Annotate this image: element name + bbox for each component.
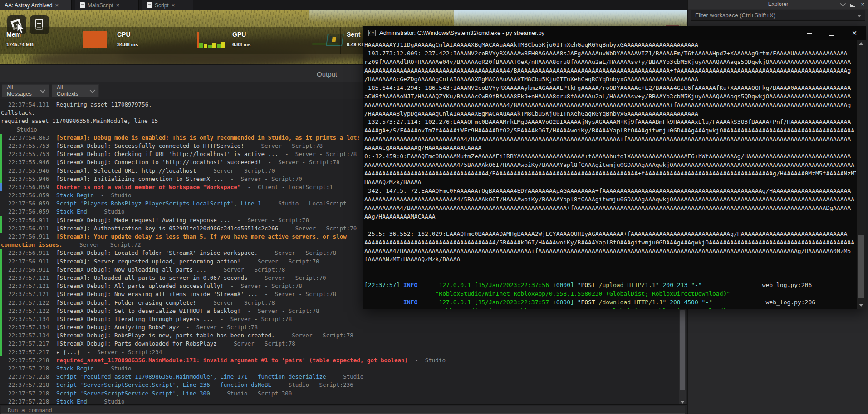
log-message: Script 'ServerScriptService.Script', Lin… [56, 390, 292, 398]
log-timestamp: 22:37:55.946 [8, 158, 49, 166]
dropdown-label: All Contexts [57, 84, 85, 97]
mem-graph [83, 31, 107, 48]
log-timestamp: 22:37:57.134 [8, 323, 49, 331]
console-line: AAg/HAAAAAAAAMACAAAA [364, 213, 856, 221]
log-message: [StreamX Debug]: Now uploading all parts… [56, 266, 285, 274]
scroll-up-icon[interactable] [859, 42, 863, 45]
log-timestamp: 22:37:57.122 [8, 299, 49, 307]
tab-script[interactable]: Script × [142, 0, 193, 10]
message-filter-dropdown[interactable]: All Messages [2, 84, 49, 97]
console-line: AAAAAAAAAA4/BAAAAAAAAAAAAAAAAAAAAAAAAAAA… [364, 204, 856, 213]
log-line: 22:37:57.134[StreamX Debug]: RobsPlayz i… [0, 331, 687, 340]
green-marker-bar [0, 331, 2, 340]
console-line: AAAAAAAAAAAAAAAAAAAAAAAAAAAAAAAAAAAA4/5B… [364, 239, 856, 247]
scroll-down-icon[interactable] [680, 401, 685, 404]
log-message: [StreamX Debug]: Now erasing all items i… [56, 290, 336, 298]
cmd-icon: C:\ [368, 30, 376, 36]
log-message: required_asset_11708986356.MainModule:17… [56, 356, 446, 365]
gpu-value: 6.83 ms [232, 42, 250, 47]
log-message: [StreamX]: Server requested upload, perf… [56, 258, 319, 266]
scroll-down-icon[interactable] [859, 304, 863, 307]
log-timestamp: 22:37:54.863 [8, 134, 49, 142]
dock-icon[interactable] [850, 2, 855, 7]
console-line: AAAAACgAAAAAAAAg/HAAAAAAAAAACAAAA [364, 144, 856, 152]
console-line: /HAAAAAAA8lypDgAAAAAgCnlAIAAAAAXBgMACAAu… [364, 110, 856, 118]
sent-value: 0.49 KB [347, 42, 365, 47]
log-timestamp: 22:37:57.218 [8, 365, 49, 373]
green-marker-bar [0, 274, 2, 282]
cmd-title-bar[interactable]: C:\ Administrator: C:\Windows\System32\c… [363, 26, 866, 40]
green-marker-bar [0, 150, 2, 158]
log-timestamp: 22:37:57.217 [8, 348, 49, 356]
scrollbar-thumb[interactable] [858, 235, 864, 298]
close-icon[interactable]: × [172, 2, 175, 8]
log-line: 22:37:57.217[StreamX Debug]: Parts downl… [0, 340, 687, 348]
cmd-scrollbar[interactable] [857, 40, 866, 309]
log-timestamp: 22:37:57.218 [8, 373, 49, 381]
log-timestamp: 22:37:55.946 [8, 167, 49, 175]
log-message: [StreamX Debug]: Set to deserialize WITH… [56, 307, 319, 315]
dropdown-label: All Messages [7, 84, 36, 97]
log-message: [StreamX Debug]: Made request! Awating r… [56, 216, 309, 224]
sent-label: Sent [347, 31, 360, 38]
filter-dropdown-icon[interactable] [858, 15, 861, 17]
log-message: [StreamX Debug]: Analyzing RobsPlayz - S… [56, 323, 258, 331]
log-timestamp: 22:37:56.059 [8, 208, 49, 216]
green-marker-bar [0, 175, 2, 183]
close-icon[interactable]: × [55, 2, 59, 8]
log-message: [StreamX]: Debug mode is enabled! This i… [56, 134, 360, 142]
close-button[interactable]: ✕ [843, 26, 866, 40]
log-message: [StreamX Debug]: Located folder 'StreamX… [56, 249, 336, 257]
scrollbar-thumb[interactable] [680, 310, 685, 390]
console-line [364, 221, 856, 230]
stat-divider [340, 27, 341, 54]
command-bar: Run a command [0, 404, 687, 414]
log-message: [StreamX Debug]: Checking if URL 'http:/… [56, 150, 357, 158]
tab-place[interactable]: AA: Astray Archived × [0, 0, 72, 10]
filter-workspace-input[interactable]: Filter workspace (Ctrl+Shift+X) [691, 10, 865, 21]
green-marker-bar [0, 258, 2, 266]
green-marker-bar [0, 142, 2, 150]
maximize-button[interactable] [820, 26, 843, 40]
sky-haze [309, 10, 458, 22]
green-marker-bar [0, 299, 2, 307]
console-line: -193.773:12.009:-237.422:IAAANV2coBVYyRX… [364, 49, 856, 58]
log-timestamp: 22:37:56.911 [8, 224, 49, 233]
green-marker-bar [0, 216, 2, 224]
log-message: [StreamX]: Your update delay is less tha… [56, 233, 347, 241]
green-marker-bar [0, 167, 2, 175]
console-line: -185.644:14.294:-186.543:IAAANV2coBVYyRX… [364, 84, 856, 93]
green-marker-bar [0, 315, 2, 323]
tab-mainscript[interactable]: MainScript × [75, 0, 139, 10]
console-line: AAAAAAAAAAAAAAAAAAAAAAAAAAAAAAAAAAAAAAAA… [364, 101, 856, 110]
minimize-icon [807, 33, 812, 34]
close-icon[interactable]: × [116, 2, 120, 8]
maximize-icon [829, 31, 834, 36]
log-timestamp: 22:37:55.946 [8, 175, 49, 183]
close-icon: ✕ [852, 30, 857, 36]
log-timestamp: 22:37:56.059 [8, 191, 49, 200]
console-line: AAAAAAAAAAAAAAAAAAAAAAAAAAAA4/BAAAAAAAAA… [364, 135, 856, 144]
context-filter-dropdown[interactable]: All Contexts [52, 84, 99, 97]
script-icon [80, 2, 85, 8]
log-message: Stack Begin - Studio [56, 365, 132, 373]
log-message: [StreamX Debug]: Iterating through playe… [56, 315, 292, 323]
log-line: 22:37:57.134[StreamX Debug]: Iterating t… [0, 315, 687, 323]
chevron-down-icon[interactable] [840, 1, 846, 7]
log-timestamp: 22:37:57.217 [8, 340, 49, 348]
log-message: Stack Begin - Studio [56, 191, 132, 200]
script-icon [147, 2, 152, 8]
console-line: /HAAAAAAAcGeZDgAAAAAgCnlAIAAAAAXBgMACAAu… [364, 75, 856, 84]
log-timestamp: 22:37:57.121 [8, 290, 49, 298]
close-icon[interactable]: × [861, 1, 864, 7]
green-marker-bar [0, 282, 2, 290]
minimize-button[interactable] [798, 26, 820, 40]
command-input[interactable]: Run a command [1, 406, 685, 414]
console-line: AAAAAAAA4/BAAAAAAAAAAAAAAAAAAAAAAAAAAAAA… [364, 247, 856, 256]
console-line: -25.5:-36.552:-162.029:EAAAQFmc0BAAAAADA… [364, 230, 856, 239]
output-panel-title: Output [317, 70, 337, 78]
cmd-console[interactable]: HAAAAAAAYJ1IDgAAAAAgCnlAIAAAAAXBgMACAAuA… [363, 40, 866, 309]
gpu-label: GPU [232, 31, 246, 38]
log-line: 22:37:57.218Stack Begin - Studio [0, 365, 687, 373]
log-timestamp: 22:37:57.134 [8, 315, 49, 323]
